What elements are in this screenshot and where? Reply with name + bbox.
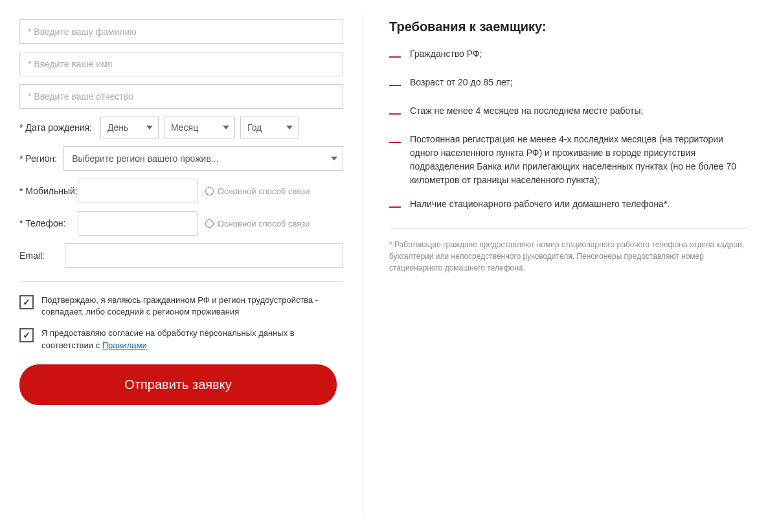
phone-radio-text: Основной способ связи bbox=[218, 219, 310, 228]
surname-input[interactable] bbox=[19, 19, 343, 44]
mobile-label: * Мобильный: bbox=[19, 186, 78, 196]
dob-month-select[interactable]: Месяц bbox=[164, 116, 235, 139]
checkbox2-text: Я предоставляю согласие на обработку пер… bbox=[41, 327, 343, 351]
req-text: Гражданство РФ; bbox=[410, 47, 482, 61]
checkbox2[interactable] bbox=[19, 328, 34, 342]
patronymic-input[interactable] bbox=[19, 84, 343, 109]
checkbox1-row: Подтверждаю, я являюсь гражданином РФ и … bbox=[19, 294, 343, 318]
email-input[interactable] bbox=[65, 243, 343, 268]
region-select[interactable]: Выберите регион вашего прожив... bbox=[63, 146, 343, 171]
requirements-title: Требования к заемщику: bbox=[389, 19, 749, 34]
mobile-radio-label[interactable]: Основной способ связи bbox=[205, 186, 310, 196]
mobile-input[interactable] bbox=[78, 179, 198, 203]
list-item: — Стаж не менее 4 месяцев на последнем м… bbox=[389, 104, 749, 122]
email-row: Email: bbox=[19, 243, 343, 268]
phone-radio-label[interactable]: Основной способ связи bbox=[205, 219, 310, 228]
requirements-list: — Гражданство РФ; — Возраст от 20 до 85 … bbox=[389, 47, 749, 216]
dob-year-select[interactable]: Год bbox=[240, 116, 299, 139]
submit-button[interactable]: Отправить заявку bbox=[19, 364, 337, 405]
req-dash: — bbox=[389, 48, 402, 65]
list-item: — Гражданство РФ; bbox=[389, 47, 749, 65]
req-dash: — bbox=[389, 198, 402, 216]
req-text: Возраст от 20 до 85 лет; bbox=[410, 76, 513, 89]
right-panel: Требования к заемщику: — Гражданство РФ;… bbox=[363, 13, 768, 519]
phone-row: * Телефон: Основной способ связи bbox=[19, 211, 343, 236]
req-text: Наличие стационарного рабочего или домаш… bbox=[410, 197, 670, 211]
mobile-radio-text: Основной способ связи bbox=[218, 186, 310, 196]
list-item: — Возраст от 20 до 85 лет; bbox=[389, 76, 749, 94]
checkbox1-text: Подтверждаю, я являюсь гражданином РФ и … bbox=[41, 294, 343, 318]
name-input[interactable] bbox=[19, 52, 343, 76]
dob-row: * Дата рождения: День Месяц Год bbox=[19, 116, 343, 139]
phone-input[interactable] bbox=[78, 211, 198, 236]
checkbox2-row: Я предоставляю согласие на обработку пер… bbox=[19, 327, 343, 351]
requirements-divider bbox=[389, 228, 749, 229]
req-dash: — bbox=[389, 133, 402, 151]
dob-day-select[interactable]: День bbox=[100, 116, 159, 139]
page-container: * Дата рождения: День Месяц Год * Регион… bbox=[0, 0, 768, 532]
requirements-footnote: * Работающие граждане предоставляют номе… bbox=[389, 239, 749, 274]
req-text: Постоянная регистрация не менее 4-х посл… bbox=[410, 133, 749, 187]
checkbox1[interactable] bbox=[19, 295, 34, 309]
name-field bbox=[19, 52, 343, 76]
list-item: — Наличие стационарного рабочего или дом… bbox=[389, 197, 749, 216]
phone-radio[interactable] bbox=[205, 219, 214, 228]
surname-field bbox=[19, 19, 343, 44]
req-dash: — bbox=[389, 105, 402, 122]
region-label: * Регион: bbox=[19, 153, 57, 164]
region-row: * Регион: Выберите регион вашего прожив.… bbox=[19, 146, 343, 171]
req-text: Стаж не менее 4 месяцев на последнем мес… bbox=[410, 104, 643, 118]
mobile-row: * Мобильный: Основной способ связи bbox=[19, 179, 343, 203]
left-panel: * Дата рождения: День Месяц Год * Регион… bbox=[0, 13, 363, 519]
email-label: Email: bbox=[19, 250, 65, 261]
list-item: — Постоянная регистрация не менее 4-х по… bbox=[389, 133, 749, 187]
patronymic-field bbox=[19, 84, 343, 109]
rules-link[interactable]: Правилами bbox=[102, 340, 147, 350]
req-dash: — bbox=[389, 76, 402, 94]
phone-label: * Телефон: bbox=[19, 218, 78, 228]
form-divider bbox=[19, 281, 343, 282]
dob-label: * Дата рождения: bbox=[19, 122, 92, 133]
mobile-radio[interactable] bbox=[205, 187, 214, 195]
